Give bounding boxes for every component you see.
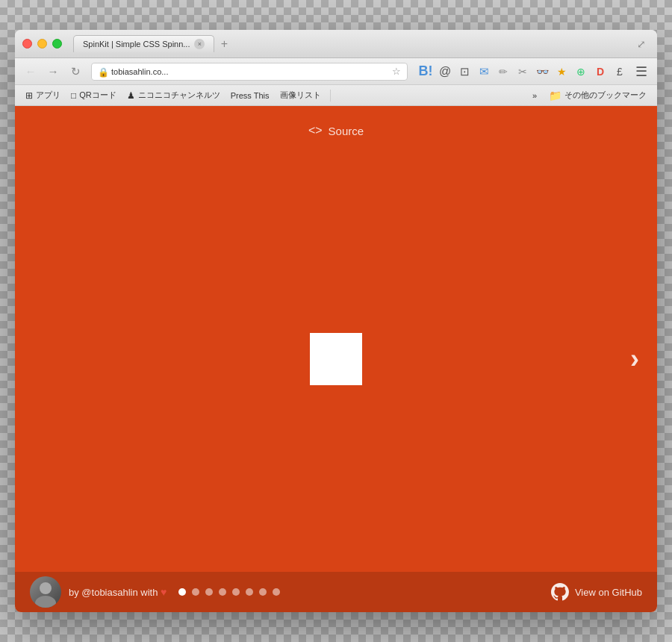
active-tab[interactable]: SpinKit | Simple CSS Spinn... × [73,35,214,52]
dot-4[interactable] [219,588,226,596]
dot-1[interactable] [178,588,186,596]
minimize-button[interactable] [37,39,47,49]
page-footer: by @tobiasahlin with ♥ View on GitHub [15,572,657,612]
bookmark-niconico[interactable]: ♟ ニコニコチャンネルツ [122,88,225,102]
tab-title: SpinKit | Simple CSS Spinn... [83,40,190,49]
github-icon [551,583,569,601]
bookmark-images-label: 画像リスト [280,90,321,101]
author-avatar [30,576,61,608]
dot-5[interactable] [232,588,240,596]
more-bookmarks-button[interactable]: » [528,90,541,102]
browser-window: SpinKit | Simple CSS Spinn... × + ⤢ ← → … [15,30,657,612]
next-icon: › [630,343,639,374]
maximize-button[interactable] [52,39,62,49]
heart-icon: ♥ [161,586,167,598]
bookmarks-bar: ⊞ アプリ □ QRコード ♟ ニコニコチャンネルツ Press This 画像… [15,85,657,106]
window-controls [22,39,62,49]
apps-icon: ⊞ [25,90,33,101]
source-code-icon: <> [308,124,323,137]
expand-button[interactable]: ⤢ [633,36,650,52]
toolbar-icon-10[interactable]: D [591,63,609,81]
bookmark-qr[interactable]: □ QRコード [66,88,121,102]
tab-close-button[interactable]: × [194,39,205,49]
author-text: by @tobiasahlin with ♥ [69,586,167,598]
back-button[interactable]: ← [21,62,40,81]
folder-icon: 📁 [549,90,561,102]
avatar-image [30,576,61,608]
rotating-plane-spinner [310,333,362,385]
dot-3[interactable] [205,588,213,596]
toolbar-icon-3[interactable]: ⊡ [455,63,473,81]
toolbar-icon-4[interactable]: ✉ [475,63,493,81]
bookmark-images[interactable]: 画像リスト [276,88,326,102]
niconico-icon: ♟ [127,90,135,101]
dot-6[interactable] [246,588,253,596]
source-link[interactable]: <> Source [308,124,364,137]
spinner-container [310,333,362,385]
page-content: <> Source › by @tobiasahlin with [15,106,657,612]
toolbar-icon-8[interactable]: ★ [553,63,570,81]
bookmark-pressthis[interactable]: Press This [226,90,274,102]
author-by-text: by @tobiasahlin with [69,587,158,598]
bookmark-qr-label: QRコード [79,90,116,101]
next-button[interactable]: › [630,343,639,375]
menu-button[interactable]: ☰ [632,62,651,81]
address-text: tobiasahlin.co... [111,67,388,76]
source-label: Source [329,125,364,137]
bookmark-apps-label: アプリ [36,90,60,101]
nav-bar: ← → ↻ 🔒 tobiasahlin.co... ☆ B! @ ⊡ ✉ [15,58,657,85]
bookmark-apps[interactable]: ⊞ アプリ [21,88,65,102]
bookmark-pressthis-label: Press This [231,91,270,100]
toolbar-icon-1[interactable]: B! [417,63,435,81]
reload-button[interactable]: ↻ [66,62,85,81]
qr-icon: □ [71,90,76,101]
bookmark-folder-label: その他のブックマーク [564,90,647,101]
dot-7[interactable] [259,588,267,596]
bookmark-separator [330,90,331,102]
pagination-dots [178,588,280,596]
title-bar: SpinKit | Simple CSS Spinn... × + ⤢ [15,30,657,58]
new-tab-button[interactable]: + [214,37,234,52]
address-bar[interactable]: 🔒 tobiasahlin.co... ☆ [91,63,408,81]
more-bookmarks-icon: » [532,91,537,100]
svg-point-1 [35,596,56,608]
toolbar-icon-9[interactable]: ⊕ [572,63,590,81]
dot-2[interactable] [192,588,199,596]
toolbar-icons: B! @ ⊡ ✉ ✏ ✂ 👓 ★ ⊕ [417,63,629,81]
svg-point-0 [40,582,52,594]
github-label: View on GitHub [575,587,642,598]
dot-8[interactable] [273,588,280,596]
ssl-icon: 🔒 [98,67,107,76]
close-button[interactable] [22,39,32,49]
bookmark-folder[interactable]: 📁 その他のブックマーク [544,88,651,103]
github-link[interactable]: View on GitHub [551,583,642,601]
forward-button[interactable]: → [43,62,63,81]
address-icons: ☆ [392,66,401,77]
bookmark-star-icon[interactable]: ☆ [392,66,401,77]
toolbar-icon-6[interactable]: ✂ [514,63,532,81]
toolbar-icon-5[interactable]: ✏ [494,63,512,81]
toolbar-icon-2[interactable]: @ [436,63,454,81]
bookmark-niconico-label: ニコニコチャンネルツ [138,90,220,101]
tab-bar: SpinKit | Simple CSS Spinn... × + [73,35,629,52]
toolbar-icon-7[interactable]: 👓 [533,63,551,81]
toolbar-icon-11[interactable]: £ [611,63,629,81]
